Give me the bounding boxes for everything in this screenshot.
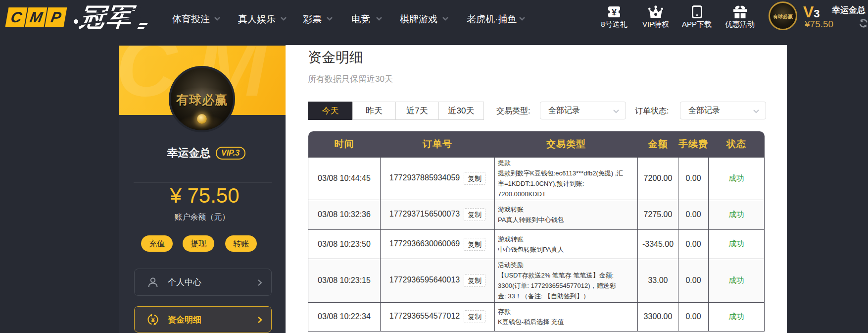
svg-text:¥: ¥ — [612, 7, 617, 17]
svg-text:¥: ¥ — [151, 316, 155, 324]
